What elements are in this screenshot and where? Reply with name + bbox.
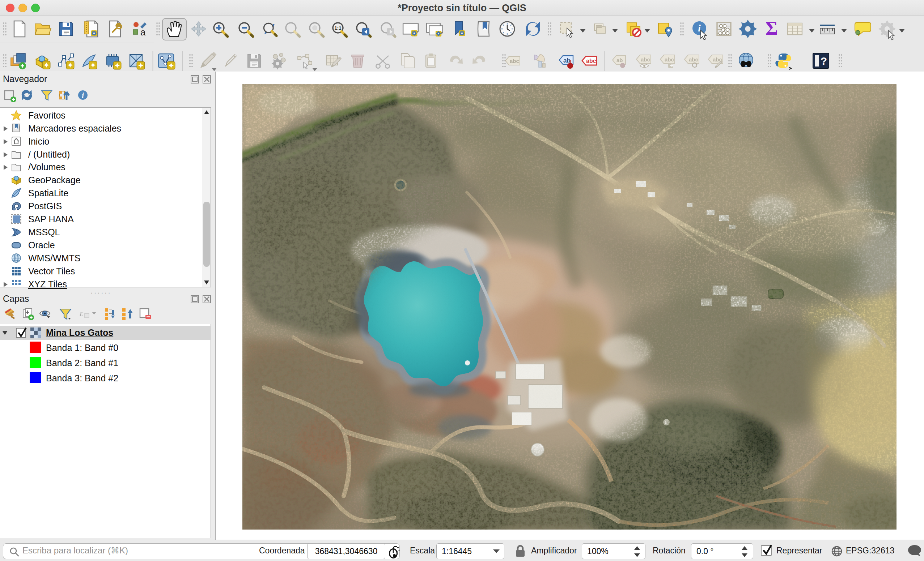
svg-text:i: i xyxy=(698,23,701,34)
svg-text:i: i xyxy=(82,91,84,99)
svg-text:ε: ε xyxy=(80,308,84,319)
svg-text:abc: abc xyxy=(586,58,596,64)
svg-text:ab: ab xyxy=(563,57,570,64)
svg-text:a: a xyxy=(140,27,146,37)
svg-text:Σ: Σ xyxy=(765,18,778,39)
svg-text:ab: ab xyxy=(616,57,623,63)
svg-text:?: ? xyxy=(820,55,827,67)
svg-text:1:1: 1:1 xyxy=(334,25,342,31)
